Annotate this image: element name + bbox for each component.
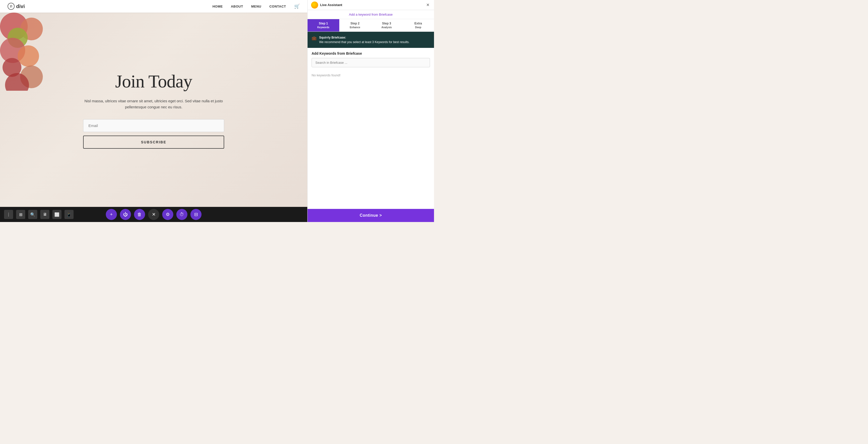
panel-close-button[interactable]: ✕	[425, 1, 431, 8]
briefcase-heading: Squirrly Briefcase:	[319, 36, 346, 39]
toolbar-grid-button[interactable]: ⊞	[16, 210, 25, 219]
assistant-panel: Live Assistant ✕ Add a keyword from Brie…	[307, 0, 434, 222]
add-keywords-title: Add Keywords from Briefcase	[312, 51, 430, 55]
briefcase-text: Squirrly Briefcase: We recommend that yo…	[319, 35, 409, 45]
website-preview: D divi HOME ABOUT MENU CONTACT 🛒 Join To…	[0, 0, 307, 222]
no-keywords-text: No keywords found!	[308, 70, 434, 81]
flower-decoration	[0, 12, 53, 91]
toolbar-close-button[interactable]: ✕	[148, 209, 159, 220]
nav-menu[interactable]: MENU	[251, 4, 261, 8]
tab-step1-name: Keywords	[309, 26, 338, 29]
email-input[interactable]	[83, 119, 224, 132]
tab-step3-name: Analysis	[372, 26, 401, 29]
logo-text: divi	[16, 3, 25, 9]
nav-links: HOME ABOUT MENU CONTACT 🛒	[212, 3, 300, 9]
nav-cart-icon[interactable]: 🛒	[294, 3, 300, 9]
tab-step1[interactable]: Step 1 Keywords	[308, 19, 339, 31]
toolbar-monitor-button[interactable]: 🖥	[40, 210, 50, 219]
add-keyword-link[interactable]: Add a keyword from Briefcase	[308, 10, 434, 19]
briefcase-message: We recommend that you select at least 3 …	[319, 40, 409, 44]
nav-about[interactable]: ABOUT	[231, 4, 243, 8]
email-input-wrap	[83, 119, 224, 132]
site-logo: D divi	[7, 3, 25, 10]
hero-subtitle: Nisl massa, ultrices vitae ornare sit am…	[83, 98, 224, 110]
tab-extra-num: Extra	[404, 22, 433, 26]
tab-extra[interactable]: Extra Deep	[403, 19, 434, 31]
toolbar-trash-button[interactable]: 🗑	[134, 209, 145, 220]
toolbar-dots-button[interactable]: ⋮	[4, 210, 13, 219]
add-keywords-section: Add Keywords from Briefcase	[308, 48, 434, 70]
hero-title: Join Today	[83, 71, 224, 92]
toolbar-power-button[interactable]: ⏻	[120, 209, 131, 220]
toolbar-add-button[interactable]: +	[106, 209, 117, 220]
tab-step3-num: Step 3	[372, 22, 401, 26]
toolbar-left-icons: ⋮ ⊞ 🔍 🖥 ⬜ 📱	[4, 210, 73, 219]
tab-step3[interactable]: Step 3 Analysis	[371, 19, 403, 31]
bottom-toolbar: ⋮ ⊞ 🔍 🖥 ⬜ 📱 + ⏻ 🗑 ✕ ⚙ ⏱ ⊟	[0, 207, 307, 222]
logo-circle: D	[7, 3, 14, 10]
tab-step1-num: Step 1	[309, 22, 338, 26]
panel-header: Live Assistant ✕	[308, 0, 434, 10]
toolbar-search-button[interactable]: 🔍	[28, 210, 37, 219]
hero-section: Join Today Nisl massa, ultrices vitae or…	[0, 12, 307, 207]
tab-step2-num: Step 2	[341, 22, 370, 26]
toolbar-settings-button[interactable]: ⚙	[162, 209, 173, 220]
toolbar-history-button[interactable]: ⏱	[176, 209, 187, 220]
briefcase-icon: 💼	[312, 36, 317, 40]
hero-content: Join Today Nisl massa, ultrices vitae or…	[83, 71, 224, 149]
toolbar-mobile-button[interactable]: 📱	[64, 210, 73, 219]
assistant-title: Live Assistant	[320, 3, 425, 7]
search-briefcase-input[interactable]	[312, 58, 430, 67]
tab-extra-name: Deep	[404, 26, 433, 29]
toolbar-columns-button[interactable]: ⊟	[190, 209, 202, 220]
assistant-avatar	[311, 1, 318, 8]
tab-step2[interactable]: Step 2 Enhance	[339, 19, 371, 31]
steps-tabs: Step 1 Keywords Step 2 Enhance Step 3 An…	[308, 19, 434, 32]
subscribe-button[interactable]: SUBSCRIBE	[83, 136, 224, 149]
nav-home[interactable]: HOME	[212, 4, 223, 8]
continue-button[interactable]: Continue >	[308, 209, 434, 222]
briefcase-info-box: 💼 Squirrly Briefcase: We recommend that …	[308, 32, 434, 48]
nav-contact[interactable]: CONTACT	[269, 4, 286, 8]
tab-step2-name: Enhance	[341, 26, 370, 29]
nav-bar: D divi HOME ABOUT MENU CONTACT 🛒	[0, 0, 307, 12]
toolbar-center-actions: + ⏻ 🗑 ✕ ⚙ ⏱ ⊟	[106, 209, 202, 220]
toolbar-tablet-button[interactable]: ⬜	[52, 210, 61, 219]
